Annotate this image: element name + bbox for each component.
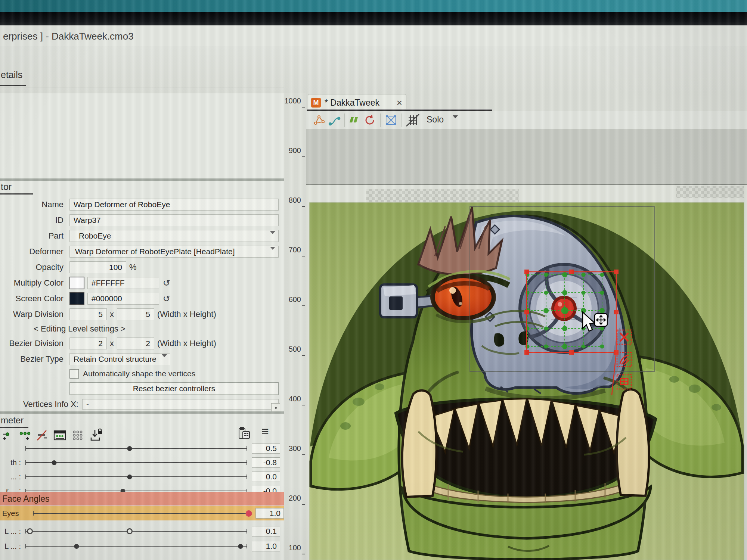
parameter-value[interactable]: 1.0: [255, 508, 284, 519]
parameter-slider[interactable]: [25, 471, 247, 482]
name-label: Name: [0, 200, 69, 209]
name-row: Name Warp Deformer of RoboEye: [0, 199, 284, 211]
auto-shape-row: Automatically shape the vertices: [0, 369, 284, 379]
parameter-value[interactable]: 1.0: [252, 541, 280, 551]
solo-mode-select[interactable]: Solo: [427, 115, 444, 125]
clipboard-settings-icon[interactable]: [238, 426, 251, 441]
reset-view-rotate-icon[interactable]: [364, 114, 376, 126]
part-label: Part: [0, 231, 69, 241]
remove-key-icon[interactable]: [36, 429, 49, 442]
ruler-label: 700: [284, 246, 301, 254]
screen-color-value: #000000: [92, 294, 122, 303]
add-keys-icon[interactable]: [19, 429, 31, 442]
pair-x-label: x: [110, 309, 114, 319]
import-lock-icon[interactable]: [89, 429, 103, 442]
canvas-artwork[interactable]: [306, 185, 747, 560]
group-face-angles-label: Face Angles: [2, 494, 50, 504]
parameter-label: L ... :: [0, 542, 24, 551]
parameter-value[interactable]: 0.0: [252, 472, 280, 482]
parameter-row: 0.5: [0, 443, 284, 454]
part-select[interactable]: RoboEye: [69, 230, 279, 242]
editing-level-settings-link[interactable]: < Editing Level settings >: [0, 324, 279, 334]
group-eyes-band[interactable]: Eyes 1.0: [0, 506, 284, 520]
toolbar-separator: [380, 113, 381, 127]
parameter-row: th : -0.8: [0, 457, 284, 468]
ruler-label: 200: [284, 494, 301, 503]
ruler-label: 500: [284, 345, 301, 354]
main-toolbar: Edit Level: 1 2 3 AUTO: [0, 46, 747, 94]
grid-toggle-icon[interactable]: [406, 113, 420, 127]
bezier-type-value: Retain Control structure: [74, 355, 156, 364]
warp-division-height-input[interactable]: 5: [117, 308, 154, 320]
editing-level-row: < Editing Level settings >: [0, 324, 284, 334]
photographed-monitor: erprises ] - DakkaTweek.cmo3 Edit Level:…: [0, 0, 747, 560]
bezier-division-width-input[interactable]: 2: [69, 337, 107, 349]
bezier-division-row: Bezier Division 2 x 2 (Width x Height): [0, 337, 284, 349]
multiply-color-swatch[interactable]: [69, 277, 84, 289]
panel-corner-button[interactable]: [271, 403, 280, 412]
parameter-value[interactable]: -0.8: [252, 457, 280, 468]
part-row: Part RoboEye: [0, 230, 284, 242]
opacity-input[interactable]: 100: [69, 261, 126, 273]
screen-color-input[interactable]: #000000: [87, 293, 159, 305]
screen-color-label: Screen Color: [0, 294, 69, 304]
warp-division-label: Warp Division: [0, 309, 69, 319]
tab-inspector-fragment[interactable]: tor: [1, 181, 12, 192]
parameter-slider[interactable]: [25, 443, 247, 454]
deformer-select[interactable]: Warp Deformer of RobotEyePlate [HeadPlat…: [69, 246, 279, 258]
parameter-slider[interactable]: [25, 526, 247, 537]
deformer-path-icon[interactable]: [328, 114, 341, 126]
document-tab[interactable]: M * DakkaTweek ×: [308, 94, 406, 111]
name-input[interactable]: Warp Deformer of RoboEye: [69, 199, 279, 211]
tab-details-fragment[interactable]: etails: [1, 69, 22, 80]
key-grid-icon[interactable]: [71, 429, 84, 442]
id-label: ID: [0, 215, 69, 225]
onion-skin-icon[interactable]: [349, 114, 362, 126]
parameter-slider[interactable]: [25, 541, 247, 552]
chevron-down-icon: [162, 357, 167, 366]
bezier-type-row: Bezier Type Retain Control structure: [0, 353, 284, 365]
bounding-box-icon[interactable]: [385, 114, 397, 126]
multiply-color-row: Multiply Color #FFFFFF ↺: [0, 277, 284, 289]
ruler-label: 900: [284, 146, 301, 155]
panel-divider-line: [0, 87, 284, 87]
add-key-icon[interactable]: [1, 429, 14, 442]
parameter-row: ... : 0.0: [0, 471, 284, 482]
bezier-division-suffix: (Width x Height): [157, 339, 216, 348]
reset-bezier-button[interactable]: Reset bezier controllers: [69, 382, 279, 395]
parameter-label: th :: [0, 458, 24, 467]
parameter-row: L ... : 0.1: [0, 526, 284, 537]
document-tab-title: * DakkaTweek: [325, 98, 397, 108]
parameter-row: L ... : 1.0: [0, 541, 284, 552]
undo-icon[interactable]: ↺: [163, 293, 170, 304]
screen-color-swatch[interactable]: [69, 292, 84, 305]
undo-icon[interactable]: ↺: [163, 278, 170, 288]
id-input[interactable]: Warp37: [69, 214, 279, 226]
warp-division-height-value: 5: [146, 310, 150, 319]
window-titlebar: erprises ] - DakkaTweek.cmo3: [0, 25, 747, 46]
parameter-value[interactable]: 0.1: [252, 526, 280, 536]
canvas-pasteboard[interactable]: [306, 129, 747, 185]
auto-shape-checkbox[interactable]: [69, 369, 79, 379]
bezier-division-height-input[interactable]: 2: [117, 337, 154, 349]
warp-division-row: Warp Division 5 x 5 (Width x Height): [0, 308, 284, 320]
ruler-label: 1000: [284, 97, 301, 105]
panel-groove: [0, 178, 284, 181]
parameter-menu-icon[interactable]: ≡: [261, 424, 269, 439]
group-face-angles-band[interactable]: Face Angles: [0, 492, 284, 505]
close-icon[interactable]: ×: [397, 97, 402, 109]
mesh-overlay-icon[interactable]: [313, 114, 326, 126]
tab-inspector-underline: [0, 193, 33, 195]
warp-division-width-input[interactable]: 5: [69, 308, 107, 320]
multiply-color-input[interactable]: #FFFFFF: [87, 277, 159, 289]
part-value: RoboEye: [79, 231, 111, 240]
chevron-down-icon: [270, 234, 275, 243]
ruler-label: 800: [284, 196, 301, 205]
keyform-panel-icon[interactable]: [53, 429, 66, 442]
parameter-slider[interactable]: [33, 506, 251, 520]
parameter-slider[interactable]: [25, 457, 247, 468]
parameter-value[interactable]: 0.5: [252, 443, 280, 454]
bezier-type-select[interactable]: Retain Control structure: [69, 353, 170, 365]
vertices-info-label: Vertices Info X:: [23, 399, 78, 409]
reset-bezier-row: Reset bezier controllers: [0, 382, 284, 395]
